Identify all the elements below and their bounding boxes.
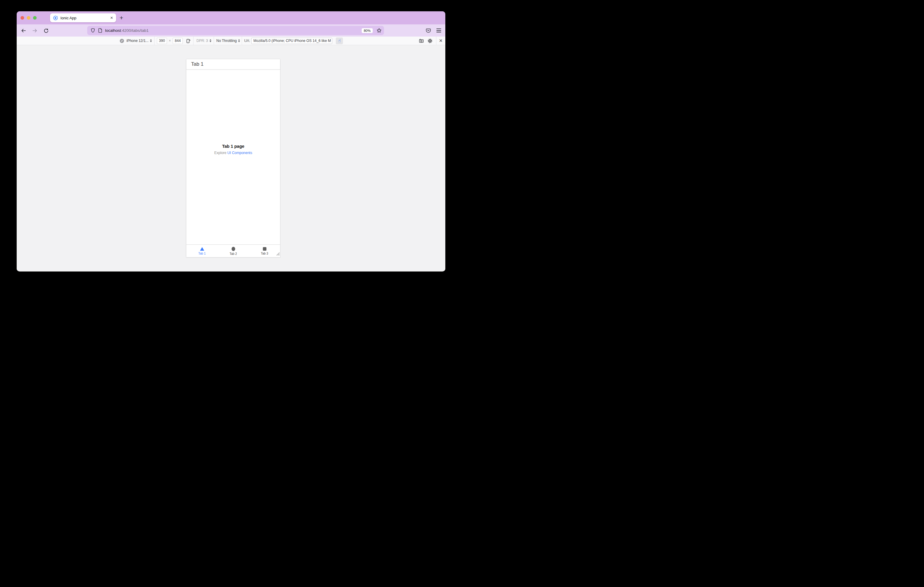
url-bar[interactable]: localhost:4200/tabs/tab1 80%	[87, 26, 384, 35]
device-viewport: Tab 1 Tab 1 page Explore UI Components T…	[186, 59, 280, 257]
page-info-icon[interactable]	[98, 28, 102, 33]
rdm-close-icon[interactable]: ✕	[439, 38, 443, 43]
screenshot-camera-icon[interactable]	[417, 37, 425, 44]
bookmark-star-icon[interactable]	[376, 28, 382, 33]
close-window-button[interactable]	[21, 16, 24, 20]
shield-icon[interactable]	[91, 28, 95, 33]
browser-window: Ionic App ✕ +	[16, 11, 446, 271]
touch-simulation-icon[interactable]: ☝	[336, 38, 343, 44]
url-text: localhost:4200/tabs/tab1	[105, 28, 359, 33]
ellipse-icon	[232, 247, 235, 251]
square-icon	[263, 247, 266, 251]
reload-icon[interactable]	[42, 27, 50, 34]
rdm-toolbar: iPhone 12/1... 390 × 844 DPR: 3 No Throt…	[16, 36, 446, 45]
ionic-favicon-icon	[53, 15, 58, 21]
pocket-icon[interactable]	[424, 27, 432, 34]
device-selector[interactable]: iPhone 12/1...	[127, 39, 148, 43]
viewport-resize-handle-icon[interactable]	[276, 252, 280, 257]
rdm-content-area: Tab 1 Tab 1 page Explore UI Components T…	[16, 45, 446, 271]
navigation-toolbar: localhost:4200/tabs/tab1 80%	[16, 25, 446, 36]
tab-close-icon[interactable]: ✕	[110, 16, 113, 20]
new-tab-button[interactable]: +	[117, 14, 125, 22]
viewport-height-input[interactable]: 844	[173, 38, 183, 44]
browser-tab[interactable]: Ionic App ✕	[50, 13, 116, 22]
app-tab-1[interactable]: Tab 1	[186, 245, 218, 257]
dimensions-times-label: ×	[169, 39, 171, 43]
forward-icon[interactable]	[31, 27, 38, 34]
tab-title: Ionic App	[60, 16, 110, 20]
zoom-level-badge[interactable]: 80%	[362, 28, 373, 33]
page-subtitle: Explore UI Components	[186, 150, 280, 155]
maximize-window-button[interactable]	[33, 16, 36, 20]
rdm-settings-gear-icon[interactable]	[426, 37, 434, 44]
rotate-viewport-icon[interactable]	[186, 38, 191, 43]
ua-label: UA:	[244, 39, 250, 43]
app-page-body: Tab 1 page Explore UI Components	[186, 69, 280, 245]
app-header: Tab 1	[186, 59, 280, 69]
page-title: Tab 1 page	[186, 144, 280, 148]
device-selector-stepper-icon[interactable]	[150, 39, 152, 42]
tab-strip: Ionic App ✕ +	[16, 11, 446, 25]
dpr-stepper-icon[interactable]	[210, 39, 211, 42]
minimize-window-button[interactable]	[27, 16, 30, 20]
dpr-selector[interactable]: DPR: 3	[196, 39, 208, 43]
back-icon[interactable]	[20, 27, 27, 34]
throttling-selector[interactable]: No Throttling	[216, 39, 237, 43]
user-agent-input[interactable]: Mozilla/5.0 (iPhone; CPU iPhone OS 14_6 …	[251, 38, 332, 44]
browser-compass-icon	[120, 39, 124, 43]
throttling-stepper-icon[interactable]	[238, 39, 240, 42]
app-tab-2[interactable]: Tab 2	[218, 245, 249, 257]
triangle-icon	[200, 247, 204, 251]
app-header-title: Tab 1	[191, 61, 204, 67]
ui-components-link[interactable]: UI Components	[228, 150, 252, 155]
menu-icon[interactable]	[436, 28, 441, 33]
app-tab-bar: Tab 1 Tab 2 Tab 3	[186, 245, 280, 257]
viewport-width-input[interactable]: 390	[157, 38, 167, 44]
